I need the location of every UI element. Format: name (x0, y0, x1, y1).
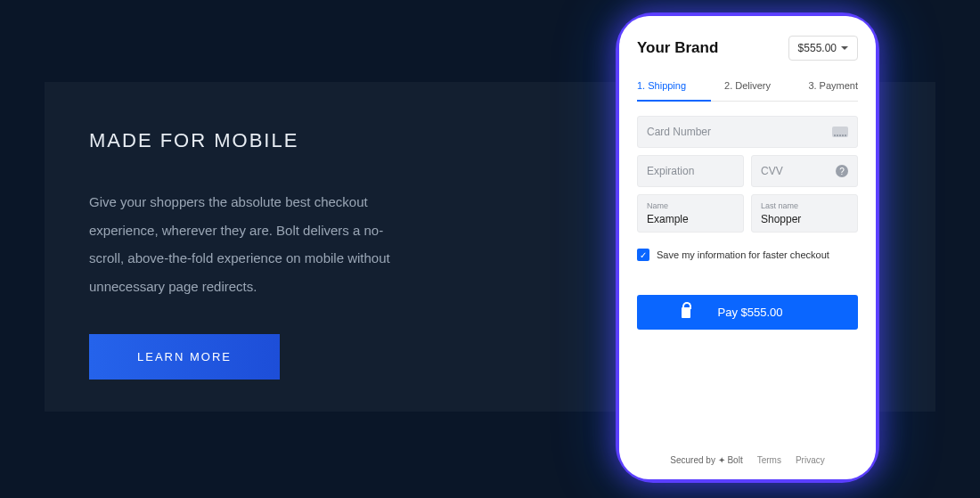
lock-icon (682, 307, 690, 318)
privacy-link[interactable]: Privacy (796, 455, 825, 465)
credit-card-icon (832, 127, 848, 137)
payment-form: Card Number Expiration CVV ? Name Exampl… (637, 116, 858, 330)
first-name-input[interactable]: Name Example (637, 194, 744, 233)
phone-mockup: Your Brand $555.00 1. Shipping 2. Delive… (619, 16, 876, 479)
phone-screen: Your Brand $555.00 1. Shipping 2. Delive… (619, 16, 876, 479)
pay-button-label: Pay $555.00 (717, 306, 782, 319)
hero-headline: MADE FOR MOBILE (89, 129, 517, 152)
tab-delivery[interactable]: 2. Delivery (711, 73, 785, 101)
save-info-row[interactable]: ✓ Save my information for faster checkou… (637, 249, 858, 261)
expiration-input[interactable]: Expiration (637, 155, 744, 187)
help-icon[interactable]: ? (836, 165, 848, 177)
last-name-label: Last name (761, 201, 798, 210)
tab-payment[interactable]: 3. Payment (784, 73, 858, 101)
tab-shipping[interactable]: 1. Shipping (637, 73, 711, 102)
last-name-value: Shopper (761, 213, 801, 225)
hero-body: Give your shoppers the absolute best che… (89, 188, 410, 300)
first-name-label: Name (647, 201, 668, 210)
price-dropdown[interactable]: $555.00 (788, 36, 858, 61)
hero-copy: MADE FOR MOBILE Give your shoppers the a… (89, 129, 517, 380)
price-value: $555.00 (798, 42, 837, 54)
cvv-input[interactable]: CVV ? (751, 155, 858, 187)
cvv-placeholder: CVV (761, 165, 783, 177)
card-number-input[interactable]: Card Number (637, 116, 858, 148)
phone-footer: Secured by ✦ Bolt Terms Privacy (637, 455, 858, 469)
save-info-label: Save my information for faster checkout (657, 249, 829, 260)
checkout-tabs: 1. Shipping 2. Delivery 3. Payment (637, 73, 858, 102)
first-name-value: Example (647, 213, 689, 225)
expiration-placeholder: Expiration (647, 165, 694, 177)
chevron-down-icon (841, 46, 848, 50)
learn-more-button[interactable]: LEARN MORE (89, 334, 280, 380)
last-name-input[interactable]: Last name Shopper (751, 194, 858, 233)
pay-button[interactable]: Pay $555.00 (637, 295, 858, 330)
brand-title: Your Brand (637, 39, 718, 57)
secured-by-label: Secured by ✦ Bolt (670, 455, 742, 465)
terms-link[interactable]: Terms (757, 455, 781, 465)
checkbox-checked-icon[interactable]: ✓ (637, 249, 649, 261)
card-number-placeholder: Card Number (647, 126, 711, 138)
